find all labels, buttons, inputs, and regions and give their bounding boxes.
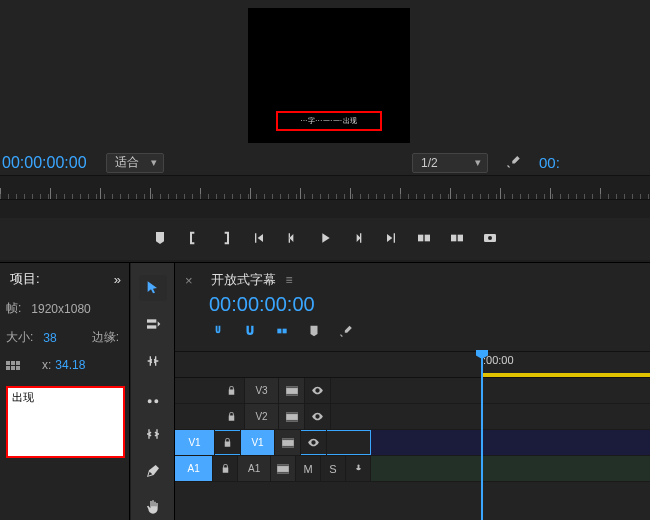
svg-rect-14 <box>286 412 298 414</box>
lock-toggle[interactable] <box>213 456 238 481</box>
track-target-icon[interactable] <box>275 430 301 455</box>
marker-icon[interactable] <box>150 230 170 249</box>
scale-select[interactable]: 1/2 <box>412 153 488 173</box>
visibility-toggle[interactable] <box>305 404 331 429</box>
playhead[interactable] <box>481 352 483 520</box>
svg-point-5 <box>488 236 492 240</box>
subtitle-text: ···字···一·一·出现 <box>300 116 357 126</box>
source-patch-v1[interactable]: V1 <box>175 430 215 455</box>
in-bracket-icon[interactable] <box>183 230 203 249</box>
panel-menu-icon[interactable]: » <box>114 272 121 287</box>
x-value[interactable]: 34.18 <box>55 358 85 372</box>
track-row-v1: V1 V1 fx 开放式字幕 怎么让字幕一个一个出现 <box>175 430 650 456</box>
svg-rect-8 <box>277 329 281 334</box>
program-monitor: ···字···一·一·出现 <box>0 0 650 150</box>
sequence-name[interactable]: 开放式字幕 <box>211 271 276 289</box>
edge-label: 边缘: <box>92 329 119 346</box>
tracks-area: V3 V2 V1 V1 <box>175 377 650 482</box>
svg-rect-12 <box>286 393 298 395</box>
slip-tool[interactable] <box>139 421 167 447</box>
visibility-toggle[interactable] <box>305 378 331 403</box>
svg-rect-18 <box>282 445 294 447</box>
svg-rect-21 <box>277 471 289 473</box>
frame-size-value: 1920x1080 <box>31 302 90 316</box>
work-area-bar[interactable] <box>483 373 650 377</box>
magnet-icon[interactable] <box>243 324 257 341</box>
razor-tool[interactable] <box>139 385 167 411</box>
svg-rect-3 <box>458 234 463 241</box>
sequence-menu-icon[interactable]: ≡ <box>286 273 293 287</box>
track-row-a1: A1 A1 M S <box>175 456 650 482</box>
ruler-label: :00:00 <box>483 354 514 366</box>
svg-rect-6 <box>147 320 156 323</box>
svg-rect-9 <box>283 329 287 334</box>
linked-selection-icon[interactable] <box>275 324 289 341</box>
svg-rect-2 <box>451 234 456 241</box>
svg-rect-11 <box>286 386 298 388</box>
svg-rect-7 <box>147 326 156 329</box>
track-label-v3[interactable]: V3 <box>245 378 279 403</box>
timecode-display[interactable]: 00:00:00:00 <box>0 154 106 172</box>
frame-size-label: 帧: <box>6 300 21 317</box>
project-metadata: 帧: 1920x1080 大小: 38 边缘: x: 34.18 出现 <box>0 294 129 458</box>
size-value[interactable]: 38 <box>43 331 56 345</box>
bin-item-name: 出现 <box>12 391 34 403</box>
svg-rect-1 <box>425 234 430 241</box>
solo-toggle[interactable]: S <box>321 456 346 481</box>
track-label-v2[interactable]: V2 <box>245 404 279 429</box>
visibility-toggle[interactable] <box>301 430 327 455</box>
voice-record-icon[interactable] <box>346 456 371 481</box>
out-bracket-icon[interactable] <box>216 230 236 249</box>
go-to-out-icon[interactable] <box>381 230 401 249</box>
lock-toggle[interactable] <box>215 430 241 455</box>
track-target-icon[interactable] <box>271 456 296 481</box>
close-sequence-icon[interactable]: × <box>185 273 193 288</box>
track-content-v2[interactable] <box>371 404 650 429</box>
thumbnail-grid-icon[interactable] <box>6 361 20 370</box>
source-patch-a1[interactable]: A1 <box>175 456 213 481</box>
go-to-in-icon[interactable] <box>249 230 269 249</box>
project-panel: 项目: » 帧: 1920x1080 大小: 38 边缘: x: 34.18 出… <box>0 263 130 520</box>
overwrite-icon[interactable] <box>447 230 467 249</box>
fit-select[interactable]: 适合 <box>106 153 164 173</box>
video-preview[interactable]: ···字···一·一·出现 <box>248 8 410 143</box>
tool-palette <box>131 263 175 520</box>
bin-item-thumbnail[interactable]: 出现 <box>6 386 125 458</box>
settings-icon[interactable] <box>506 154 521 172</box>
selection-tool[interactable] <box>139 275 167 301</box>
snap-icon[interactable] <box>211 324 225 341</box>
insert-icon[interactable] <box>414 230 434 249</box>
transport-bar <box>0 218 650 260</box>
timeline-ruler[interactable]: :00:00 <box>175 351 650 377</box>
ripple-edit-tool[interactable] <box>139 348 167 374</box>
add-marker-icon[interactable] <box>307 324 321 341</box>
track-target-icon[interactable] <box>279 378 305 403</box>
monitor-time-ruler[interactable] <box>0 180 650 200</box>
track-select-tool[interactable] <box>139 312 167 338</box>
subtitle-highlight-box: ···字···一·一·出现 <box>276 111 382 131</box>
track-target-icon[interactable] <box>279 404 305 429</box>
timeline-settings-icon[interactable] <box>339 324 353 341</box>
track-content-v1[interactable]: fx 开放式字幕 怎么让字幕一个一个出现 <box>371 430 650 455</box>
track-content-a1[interactable] <box>371 456 650 481</box>
track-content-v3[interactable] <box>371 378 650 403</box>
track-label-v1[interactable]: V1 <box>241 430 275 455</box>
pen-tool[interactable] <box>139 458 167 484</box>
monitor-controls: 00:00:00:00 适合 1/2 00: <box>0 150 650 176</box>
step-forward-icon[interactable] <box>348 230 368 249</box>
timeline-toolbar <box>175 316 650 351</box>
lock-toggle[interactable] <box>219 378 245 403</box>
timeline-panel: × 开放式字幕 ≡ 00:00:00:00 :00:00 V3 <box>175 263 650 520</box>
track-label-a1[interactable]: A1 <box>238 456 271 481</box>
play-icon[interactable] <box>315 230 335 249</box>
hand-tool[interactable] <box>139 494 167 520</box>
mute-toggle[interactable]: M <box>296 456 321 481</box>
track-row-v2: V2 <box>175 404 650 430</box>
out-timecode[interactable]: 00: <box>539 154 560 171</box>
export-frame-icon[interactable] <box>480 230 500 249</box>
step-back-icon[interactable] <box>282 230 302 249</box>
x-label: x: <box>42 358 51 372</box>
project-tab-label[interactable]: 项目: <box>10 270 40 288</box>
lock-toggle[interactable] <box>219 404 245 429</box>
timeline-timecode[interactable]: 00:00:00:00 <box>175 293 650 316</box>
